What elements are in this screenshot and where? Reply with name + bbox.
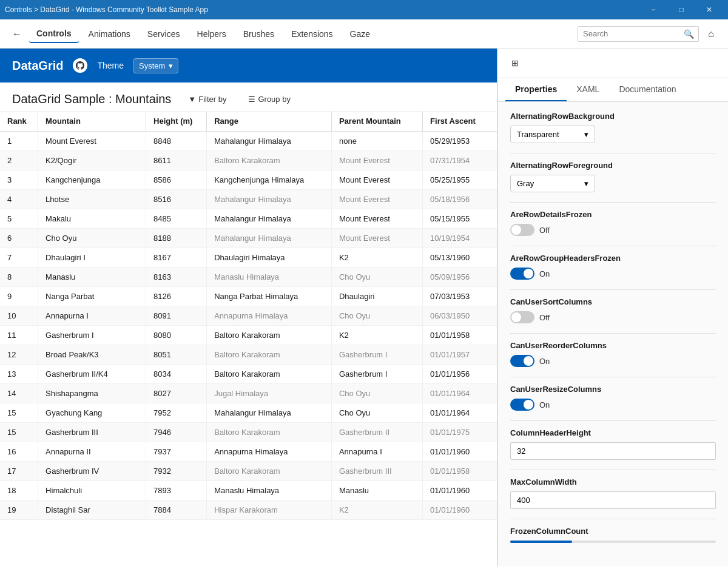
- table-row[interactable]: 2K2/Qogir8611Baltoro KarakoramMount Ever…: [0, 150, 497, 170]
- left-panel: DataGrid Theme System ▾ DataGrid Sample …: [0, 49, 497, 566]
- search-input[interactable]: [583, 29, 680, 38]
- table-row[interactable]: 6Cho Oyu8188Mahalangur HimalayaMount Eve…: [0, 228, 497, 248]
- table-cell: Manaslu: [331, 480, 422, 500]
- right-top: ⊞ Properties XAML Documentation: [498, 49, 728, 102]
- table-cell: 19: [0, 500, 38, 519]
- theme-label: Theme: [97, 61, 124, 70]
- separator-5: [510, 333, 716, 334]
- table-cell: Dhaulagiri I: [38, 248, 146, 267]
- home-button[interactable]: ⌂: [701, 24, 721, 44]
- table-cell: Annapurna I: [38, 306, 146, 325]
- back-button[interactable]: ←: [7, 24, 27, 44]
- table-cell: 8848: [146, 131, 207, 150]
- table-cell: Gasherbrum I: [331, 345, 422, 364]
- table-row[interactable]: 13Gasherbrum II/K48034Baltoro KarakoramG…: [0, 364, 497, 383]
- table-cell: Mahalangur Himalaya: [207, 228, 332, 248]
- table-cell: Manaslu Himalaya: [207, 480, 332, 500]
- nav-item-services[interactable]: Services: [140, 25, 187, 42]
- can-user-resize-value: On: [539, 400, 550, 409]
- table-cell: 01/01/1958: [423, 461, 497, 480]
- table-cell: 8586: [146, 170, 207, 189]
- table-cell: Manaslu: [38, 267, 146, 286]
- can-user-sort-toggle[interactable]: [510, 311, 534, 323]
- are-row-group-headers-frozen-toggle[interactable]: [510, 268, 534, 280]
- properties-section: AlternatingRowBackground Transparent ▾ A…: [498, 102, 728, 562]
- maximize-button[interactable]: □: [667, 0, 695, 19]
- nav-item-animations[interactable]: Animations: [81, 25, 138, 42]
- nav-item-controls[interactable]: Controls: [29, 25, 79, 43]
- table-cell: 05/15/1955: [423, 209, 497, 228]
- table-row[interactable]: 5Makalu8485Mahalangur HimalayaMount Ever…: [0, 209, 497, 228]
- table-row[interactable]: 15Gyachung Kang7952Mahalangur HimalayaCh…: [0, 403, 497, 422]
- prop-can-user-resize-label: CanUserResizeColumns: [510, 385, 716, 394]
- can-user-reorder-toggle[interactable]: [510, 355, 534, 367]
- table-cell: Kangchenjunga: [38, 170, 146, 189]
- prop-can-user-reorder: CanUserReorderColumns On: [510, 341, 716, 367]
- table-row[interactable]: 19Distaghil Sar7884Hispar KarakoramK201/…: [0, 500, 497, 519]
- theme-dropdown[interactable]: System ▾: [133, 58, 178, 73]
- close-button[interactable]: ✕: [695, 0, 723, 19]
- table-row[interactable]: 8Manaslu8163Manaslu HimalayaCho Oyu05/09…: [0, 267, 497, 286]
- alternating-row-fg-value: Gray: [517, 179, 534, 188]
- prop-are-row-group-headers-frozen: AreRowGroupHeadersFrozen On: [510, 254, 716, 280]
- max-column-width-input[interactable]: [510, 491, 716, 509]
- table-cell: Mahalangur Himalaya: [207, 189, 332, 209]
- table-row[interactable]: 1Mount Everest8848Mahalangur Himalayanon…: [0, 131, 497, 150]
- tab-xaml[interactable]: XAML: [567, 78, 609, 101]
- table-cell: Himalchuli: [38, 480, 146, 500]
- tab-documentation[interactable]: Documentation: [609, 78, 686, 101]
- are-row-details-frozen-toggle-row: Off: [510, 224, 716, 236]
- table-row[interactable]: 18Himalchuli7893Manaslu HimalayaManaslu0…: [0, 480, 497, 500]
- table-cell: 8485: [146, 209, 207, 228]
- sample-title-bar: DataGrid Sample : Mountains ▼ Filter by …: [0, 83, 497, 112]
- table-row[interactable]: 11Gasherbrum I8080Baltoro KarakoramK201/…: [0, 325, 497, 345]
- prop-alternating-row-bg-label: AlternatingRowBackground: [510, 112, 716, 121]
- frozen-column-count-slider[interactable]: [510, 541, 716, 543]
- prop-frozen-column-count-label: FrozenColumnCount: [510, 527, 716, 536]
- can-user-resize-toggle[interactable]: [510, 399, 534, 411]
- alternating-row-bg-dropdown[interactable]: Transparent ▾: [510, 126, 595, 143]
- nav-item-helpers[interactable]: Helpers: [190, 25, 234, 42]
- column-header-height-input[interactable]: [510, 442, 716, 460]
- group-by-button[interactable]: ☰ Group by: [243, 92, 295, 106]
- table-cell: Cho Oyu: [331, 306, 422, 325]
- table-row[interactable]: 17Gasherbrum IV7932Baltoro KarakoramGash…: [0, 461, 497, 480]
- table-cell: 18: [0, 480, 38, 500]
- filter-by-button[interactable]: ▼ Filter by: [183, 92, 231, 106]
- table-row[interactable]: 12Broad Peak/K38051Baltoro KarakoramGash…: [0, 345, 497, 364]
- table-cell: Baltoro Karakoram: [207, 461, 332, 480]
- alternating-row-fg-dropdown[interactable]: Gray ▾: [510, 175, 595, 192]
- table-row[interactable]: 9Nanga Parbat8126Nanga Parbat HimalayaDh…: [0, 286, 497, 306]
- nav-item-extensions[interactable]: Extensions: [284, 25, 340, 42]
- table-cell: none: [331, 131, 422, 150]
- tab-properties[interactable]: Properties: [505, 78, 567, 101]
- table-cell: Distaghil Sar: [38, 500, 146, 519]
- table-cell: Gasherbrum I: [331, 364, 422, 383]
- are-row-details-frozen-toggle[interactable]: [510, 224, 534, 236]
- panel-expand-button[interactable]: ⊞: [505, 53, 525, 73]
- prop-frozen-column-count: FrozenColumnCount: [510, 527, 716, 543]
- table-row[interactable]: 16Annapurna II7937Annapurna HimalayaAnna…: [0, 442, 497, 461]
- can-user-reorder-toggle-row: On: [510, 355, 716, 367]
- table-cell: 9: [0, 286, 38, 306]
- table-cell: 7946: [146, 422, 207, 442]
- table-row[interactable]: 10Annapurna I8091Annapurna HimalayaCho O…: [0, 306, 497, 325]
- github-button[interactable]: [73, 58, 87, 73]
- table-cell: Hispar Karakoram: [207, 500, 332, 519]
- table-row[interactable]: 7Dhaulagiri I8167Dhaulagiri HimalayaK205…: [0, 248, 497, 267]
- table-row[interactable]: 4Lhotse8516Mahalangur HimalayaMount Ever…: [0, 189, 497, 209]
- table-row[interactable]: 3Kangchenjunga8586Kangchenjunga Himalaya…: [0, 170, 497, 189]
- table-row[interactable]: 15Gasherbrum III7946Baltoro KarakoramGas…: [0, 422, 497, 442]
- col-header-rank: Rank: [0, 112, 38, 131]
- table-cell: 8091: [146, 306, 207, 325]
- table-cell: Broad Peak/K3: [38, 345, 146, 364]
- minimize-button[interactable]: −: [639, 0, 667, 19]
- table-cell: 01/01/1957: [423, 345, 497, 364]
- alternating-row-bg-arrow: ▾: [584, 130, 588, 139]
- table-cell: 8: [0, 267, 38, 286]
- table-cell: 2: [0, 150, 38, 170]
- nav-item-gaze[interactable]: Gaze: [343, 25, 377, 42]
- nav-item-brushes[interactable]: Brushes: [236, 25, 281, 42]
- table-row[interactable]: 14Shishapangma8027Jugal HimalayaCho Oyu0…: [0, 383, 497, 403]
- table-wrapper[interactable]: Rank Mountain Height (m) Range Parent Mo…: [0, 112, 497, 566]
